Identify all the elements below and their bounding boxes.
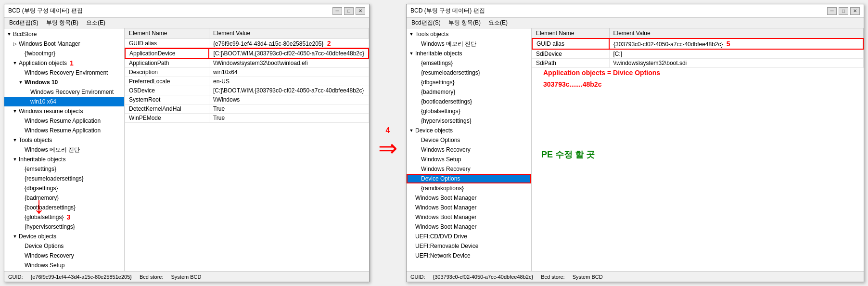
tree-item-resumeloader[interactable]: {resumeloadersettings} [4,174,124,183]
tree-item-winsetup[interactable]: Windows Setup [4,260,124,270]
table-row: DetectKernelAndHal True [125,104,369,114]
right-menu-element[interactable]: 요소(E) [485,18,511,28]
tree-item-wbm1-r[interactable]: Windows Boot Manager [407,193,531,203]
right-minimize-button[interactable]: ─ [827,7,837,15]
tree-label: Inheritable objects [415,49,462,58]
expand-icon [18,166,24,172]
tree-item-memdiag-r[interactable]: Windows 메모리 진단 [407,39,531,49]
tree-item-tools-r[interactable]: ▼ Tools objects [407,29,531,39]
tree-item-uefi-cd-r[interactable]: UEFI:CD/DVD Drive [407,232,531,241]
tree-item-badmem-r[interactable]: {badmemory} [407,87,531,97]
tree-label: Windows Resume Application [25,117,101,125]
tree-item-fwbootmgr[interactable]: {fwbootmgr} [4,49,124,58]
tree-item-inheritable[interactable]: ▼ Inheritable objects [4,155,124,164]
left-menu-element[interactable]: 요소(E) [83,18,108,28]
tree-item-memdiag[interactable]: Windows 메모리 진단 [4,145,124,155]
tree-item-resume-app1[interactable]: Windows Resume Application [4,116,124,126]
tree-item-wbm4-r[interactable]: Windows Boot Manager [407,222,531,232]
tree-item-device-options[interactable]: Device Options [4,241,124,251]
tree-item-wbm3-r[interactable]: Windows Boot Manager [407,212,531,222]
expand-icon [18,243,24,249]
expand-icon [414,70,420,76]
tree-item-dbg[interactable]: {dbgsettings} [4,183,124,193]
tree-item-uefi-network-r[interactable]: UEFI:Network Device [407,251,531,260]
tree-item-dbg-r[interactable]: {dbgsettings} [407,78,531,87]
left-close-button[interactable]: ✕ [356,7,365,15]
element-name-guid: GUID alias [532,39,609,49]
tree-item-win10x64[interactable]: win10 x64 [4,97,124,106]
tree-item-ems[interactable]: {emsettings} [4,164,124,174]
left-window: BCD (부팅 구성 데이터) 편집 ─ □ ✕ Bcd편집(S) 부팅 항목(… [4,4,370,282]
right-menu-bcd[interactable]: Bcd편집(S) [408,18,444,28]
badge-3: 3 [66,213,70,221]
tree-item-global-r[interactable]: {globalsettings} [407,106,531,116]
expand-icon [408,205,414,210]
expand-icon: ▼ [408,51,414,56]
tree-label: {dbgsettings} [421,78,454,87]
tree-label: Windows Recovery [25,251,74,260]
right-menu-boot[interactable]: 부팅 항목(B) [446,18,484,28]
tree-item-winrecov1-r[interactable]: Windows Recovery [407,145,531,155]
expand-icon: ▼ [12,108,18,114]
expand-icon [18,70,24,76]
tree-item-wre2[interactable]: Windows Recovery Environment [4,87,124,97]
col-name-header-r: Element Name [532,28,609,39]
tree-item-appobjects[interactable]: ▼ Application objects 1 [4,58,124,68]
left-menu-bcd[interactable]: Bcd편집(S) [6,18,41,28]
tree-label: {emsettings} [25,165,56,173]
tree-item-ems-r[interactable]: {emsettings} [407,58,531,68]
tree-item-devopt1-r[interactable]: Device Options [407,135,531,145]
left-tree-panel[interactable]: ▼ BcdStore ▷ Windows Boot Manager {fwboo… [4,28,125,271]
tree-item-winsetup-r[interactable]: Windows Setup [407,155,531,164]
tree-item-resumeloader-r[interactable]: {resumeloadersettings} [407,68,531,78]
tree-label: Windows Boot Manager [415,213,476,221]
tree-item-winrecovery[interactable]: Windows Recovery [4,251,124,260]
tree-item-bcdstore[interactable]: ▼ BcdStore [4,29,124,39]
right-details-panel: Element Name Element Value GUID alias {3… [532,28,864,271]
tree-item-devopt-selected-r[interactable]: Device Options [407,174,531,183]
tree-item-inheritable-r[interactable]: ▼ Inheritable objects [407,49,531,58]
left-minimize-button[interactable]: ─ [332,7,342,15]
tree-label: Windows resume objects [19,107,83,116]
tree-item-resume[interactable]: ▼ Windows resume objects [4,106,124,116]
tree-item-hypervisor-r[interactable]: {hypervisorsettings} [407,116,531,126]
expand-icon [18,51,24,56]
element-value: True [209,114,369,123]
tree-label: {bootloadersettings} [25,203,76,212]
tree-item-wre1[interactable]: Windows Recovery Environment [4,68,124,78]
expand-icon [24,89,29,95]
tree-item-winrecov2-r[interactable]: Windows Recovery [407,164,531,174]
tree-item-wbm2-r[interactable]: Windows Boot Manager [407,203,531,212]
tree-item-bootloader[interactable]: {bootloadersettings} [4,203,124,212]
tree-item-tools[interactable]: ▼ Tools objects [4,135,124,145]
tree-item-badmem[interactable]: {badmemory} [4,193,124,203]
tree-item-bootloader-r[interactable]: {bootloadersettings} [407,97,531,106]
right-tree-panel[interactable]: ▼ Tools objects Windows 메모리 진단 ▼ Inherit… [407,28,532,271]
element-name: PreferredLocale [125,77,209,86]
right-close-button[interactable]: ✕ [850,7,860,15]
tree-label: Windows 메모리 진단 [421,39,476,48]
element-value: \\Windows [209,95,369,104]
tree-label: {ramdiskoptions} [421,184,464,193]
left-menu-boot[interactable]: 부팅 항목(B) [43,18,81,28]
tree-item-ramdisk-r[interactable]: {ramdiskoptions} [407,183,531,193]
tree-item-device[interactable]: ▼ Device objects [4,232,124,241]
tree-item-device-r[interactable]: ▼ Device objects [407,126,531,135]
expand-icon [18,147,24,153]
element-name: ApplicationPath [125,58,209,68]
left-window-content: ▼ BcdStore ▷ Windows Boot Manager {fwboo… [4,28,369,271]
tree-item-win10[interactable]: ▼ Windows 10 [4,78,124,87]
tree-label: {bootloadersettings} [421,97,472,106]
tree-item-hypervisor[interactable]: {hypervisorsettings} [4,222,124,232]
tree-item-global[interactable]: {globalsettings} 3 [4,212,124,222]
tree-label: {badmemory} [25,194,59,202]
tree-item-uefi-removable-r[interactable]: UEFI:Removable Device [407,241,531,251]
right-maximize-button[interactable]: □ [839,7,848,15]
tree-item-wbm[interactable]: ▷ Windows Boot Manager [4,39,124,49]
expand-icon [414,108,420,114]
tree-label: Windows Boot Manager [19,39,80,48]
tree-item-resume-app2[interactable]: Windows Resume Application [4,126,124,135]
left-maximize-button[interactable]: □ [344,7,354,15]
table-row-highlighted: ApplicationDevice [C:]\BOOT.WIM,{303793c… [125,49,369,58]
table-row: ApplicationPath \\Windows\system32\boot\… [125,58,369,68]
